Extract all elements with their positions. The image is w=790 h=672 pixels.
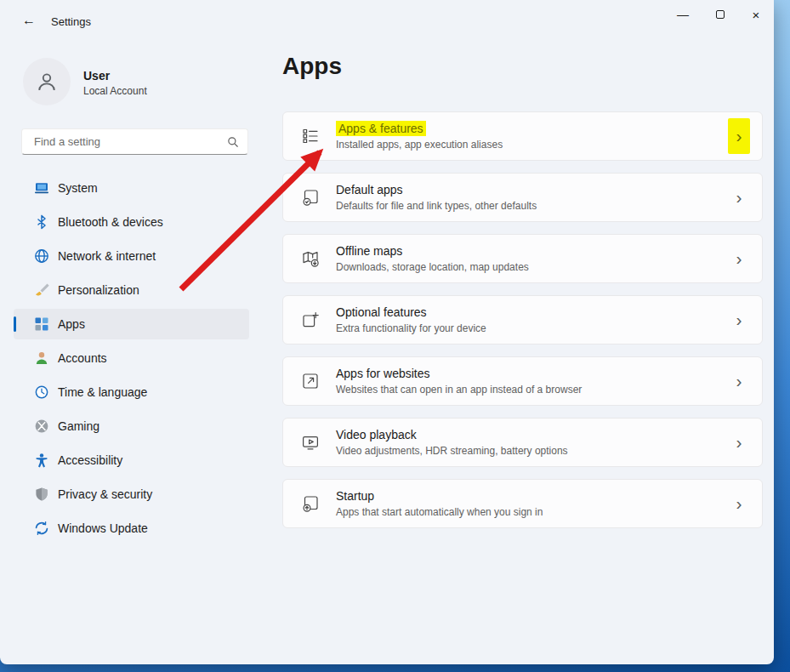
network-icon [34,248,49,264]
search-icon [227,136,239,148]
avatar [23,58,71,105]
maximize-icon [716,10,725,19]
user-account-type: Local Account [83,85,147,97]
sidebar-item-privacy-security[interactable]: Privacy & security [14,479,249,510]
card-subtitle: Apps that start automatically when you s… [336,506,543,518]
chevron-right-icon: › [728,118,750,154]
sidebar-item-bluetooth-devices[interactable]: Bluetooth & devices [14,207,249,237]
card-subtitle: Video adjustments, HDR streaming, batter… [336,445,568,457]
offline-maps-icon [300,248,321,269]
card-subtitle: Extra functionality for your device [336,322,486,334]
sidebar-item-label: Network & internet [58,249,156,263]
chevron-right-icon: › [728,363,750,399]
sidebar-item-label: Privacy & security [58,487,152,501]
card-title: Optional features [336,305,486,320]
selected-indicator [14,316,16,332]
card-title: Startup [336,489,543,504]
chevron-right-icon: › [728,179,750,215]
sidebar-item-network-internet[interactable]: Network & internet [14,241,249,271]
sidebar-item-label: System [58,181,98,195]
minimize-button[interactable]: — [665,0,701,29]
close-icon: × [753,8,760,22]
chevron-right-icon: › [728,302,750,338]
sidebar-item-label: Windows Update [58,521,148,535]
back-button[interactable]: ← [15,9,43,32]
user-name: User [83,69,110,83]
card-subtitle: Downloads, storage location, map updates [336,261,529,273]
user-icon [35,70,59,94]
chevron-right-icon: › [728,486,750,521]
page-title: Apps [282,53,342,80]
card-title: Offline maps [336,244,529,259]
optional-features-icon [300,310,321,330]
sidebar-item-system[interactable]: System [14,173,249,203]
sidebar-item-label: Gaming [58,419,99,433]
close-button[interactable]: × [738,0,774,29]
sidebar-item-label: Bluetooth & devices [58,215,163,229]
card-title: Apps & features [336,122,503,136]
sidebar-item-accessibility[interactable]: Accessibility [14,445,249,476]
card-video-playback[interactable]: Video playback Video adjustments, HDR st… [282,418,763,467]
sidebar-item-apps[interactable]: Apps [14,309,249,339]
gaming-icon [34,419,49,434]
default-apps-icon [300,187,321,208]
sidebar-nav: System Bluetooth & devices Network & int… [14,173,249,547]
card-offline-maps[interactable]: Offline maps Downloads, storage location… [282,234,763,283]
sidebar-item-label: Time & language [58,385,147,399]
sidebar-item-gaming[interactable]: Gaming [14,411,249,441]
card-title: Video playback [336,428,568,442]
sidebar-item-windows-update[interactable]: Windows Update [14,513,249,544]
apps-features-icon [300,126,321,146]
apps-for-websites-icon [300,371,321,391]
apps-icon [34,316,49,332]
card-title: Default apps [336,183,537,197]
minimize-icon: — [677,8,689,21]
accessibility-icon [34,453,49,468]
search-input[interactable] [32,134,227,149]
back-arrow-icon: ← [22,13,36,27]
highlighted-text: Apps & features [336,121,426,136]
accounts-icon [34,350,49,366]
card-subtitle: Websites that can open in an app instead… [336,384,582,396]
startup-icon [300,493,321,514]
card-apps-and-features[interactable]: Apps & features Installed apps, app exec… [282,111,763,161]
card-subtitle: Defaults for file and link types, other … [336,200,537,212]
search-box [21,128,248,155]
settings-window: ← Settings — × User Local Account S [0,0,774,664]
card-default-apps[interactable]: Default apps Defaults for file and link … [282,173,763,222]
sidebar-item-accounts[interactable]: Accounts [14,343,249,373]
card-subtitle: Installed apps, app execution aliases [336,139,503,151]
card-startup[interactable]: Startup Apps that start automatically wh… [282,479,763,528]
title-bar: ← Settings — × [0,0,774,41]
sidebar-item-personalization[interactable]: Personalization [14,275,249,305]
chevron-right-icon: › [728,424,750,460]
time-language-icon [34,384,49,400]
settings-card-list: Apps & features Installed apps, app exec… [282,111,763,540]
windows-update-icon [34,521,49,536]
chevron-right-icon: › [728,241,750,276]
sidebar-item-label: Apps [58,317,85,331]
sidebar-item-label: Personalization [58,283,139,297]
video-playback-icon [300,432,321,453]
sidebar-item-label: Accounts [58,351,107,365]
bluetooth-icon [34,214,49,230]
card-optional-features[interactable]: Optional features Extra functionality fo… [282,295,763,345]
maximize-button[interactable] [702,0,738,29]
card-apps-for-websites[interactable]: Apps for websites Websites that can open… [282,356,763,406]
card-title: Apps for websites [336,367,582,381]
system-icon [34,180,49,196]
personalization-icon [34,282,49,298]
sidebar-item-time-language[interactable]: Time & language [14,377,249,407]
sidebar-item-label: Accessibility [58,453,122,467]
privacy-security-icon [34,487,49,502]
window-title: Settings [51,15,91,28]
